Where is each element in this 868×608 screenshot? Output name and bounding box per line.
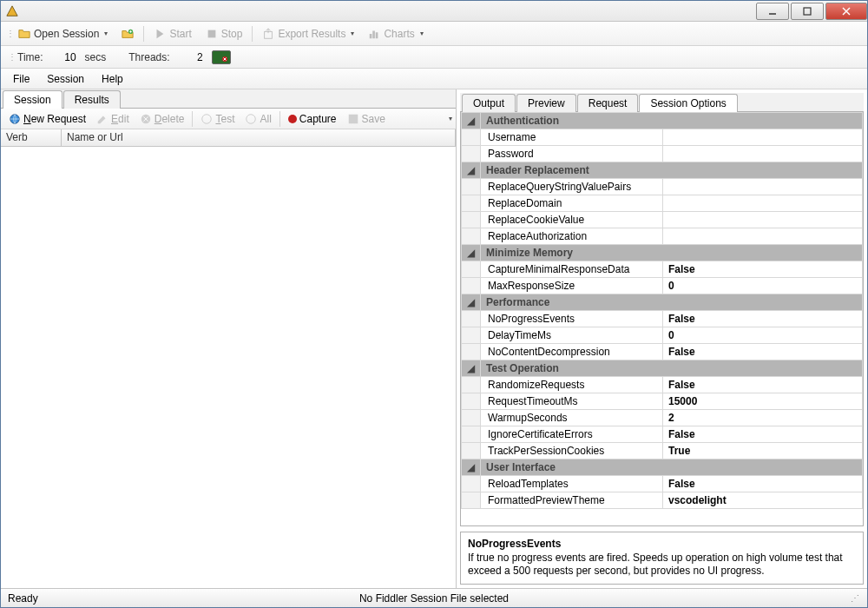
folder-plus-icon [122,28,134,40]
edit-button[interactable]: Edit [92,112,134,126]
menu-file[interactable]: File [4,70,38,88]
menu-session[interactable]: Session [38,70,93,88]
tab-session[interactable]: Session [3,90,62,109]
svg-point-22 [202,114,212,123]
prop-warmup[interactable]: WarmupSeconds [481,410,663,426]
chevron-down-icon: ▾ [104,30,108,37]
prop-randomize[interactable]: RandomizeRequests [481,377,663,393]
left-toolbar: New Request Edit Delete Test All [1,109,456,129]
chevron-down-icon: ▾ [351,30,354,37]
capture-button[interactable]: Capture [284,112,341,126]
minimize-button[interactable] [756,3,789,20]
prop-no-progress[interactable]: NoProgressEvents [481,311,663,327]
svg-rect-9 [207,30,215,37]
prop-reload-templates[interactable]: ReloadTemplates [481,476,663,492]
threads-value[interactable]: 2 [175,51,207,63]
globe-icon [9,113,21,125]
add-session-button[interactable] [115,25,140,43]
tab-request[interactable]: Request [577,94,639,112]
left-pane: Session Results New Request Edit Delete [1,89,457,588]
grid-body[interactable] [1,147,456,588]
delete-button[interactable]: Delete [135,112,189,126]
prop-replace-query[interactable]: ReplaceQueryStringValuePairs [481,179,663,195]
expand-icon[interactable]: ◢ [462,360,481,377]
menu-help[interactable]: Help [93,70,132,88]
svg-rect-11 [370,34,372,38]
delete-label: Delete [155,113,185,125]
main-toolbar: ⋮ Open Session ▾ Start Stop Export Resul… [1,22,867,46]
folder-icon [18,28,30,40]
test-button[interactable]: Test [196,112,239,126]
expand-icon[interactable]: ◢ [462,459,481,476]
new-request-button[interactable]: New Request [4,112,90,126]
main-split: Session Results New Request Edit Delete [1,89,867,588]
col-name[interactable]: Name or Url [62,129,456,146]
tab-output[interactable]: Output [462,94,516,112]
open-session-button[interactable]: Open Session ▾ [12,25,114,43]
expand-icon[interactable]: ◢ [462,294,481,311]
svg-point-23 [247,114,256,123]
prop-max-response[interactable]: MaxResponseSize [481,278,663,294]
play-icon [154,28,166,40]
all-button[interactable]: All [240,112,275,126]
resize-grip-icon[interactable]: ⋰ [851,593,860,603]
cat-perf[interactable]: Performance [481,294,863,311]
prop-delay[interactable]: DelayTimeMs [481,327,663,344]
time-value[interactable]: 10 [49,51,80,63]
help-desc: If true no progress events are fired. Sp… [468,552,856,578]
expand-icon[interactable]: ◢ [462,245,481,261]
tab-session-options[interactable]: Session Options [639,94,737,112]
cat-header[interactable]: Header Replacement [481,162,863,179]
svg-rect-24 [348,114,358,123]
prop-replace-auth[interactable]: ReplaceAuthorization [481,228,663,245]
svg-rect-12 [373,30,376,38]
svg-marker-8 [157,29,164,38]
tab-preview[interactable]: Preview [516,94,576,112]
menubar: File Session Help [1,69,867,89]
save-button[interactable]: Save [343,112,390,126]
grid-header: Verb Name or Url [1,129,456,147]
close-button[interactable] [825,3,867,20]
expand-icon[interactable]: ◢ [462,113,481,129]
chevron-down-icon: ▾ [420,30,424,37]
all-icon [245,113,257,125]
test-label: Test [215,113,234,125]
grip-icon: ⋮ [6,30,10,37]
overflow-icon[interactable]: ▾ [449,115,452,122]
stop-capture-button[interactable] [212,50,231,64]
status-center: No Fiddler Session File selected [8,592,860,605]
stop-button[interactable]: Stop [200,25,249,43]
export-results-button[interactable]: Export Results ▾ [256,25,360,43]
start-button[interactable]: Start [148,25,197,43]
prop-timeout[interactable]: RequestTimeoutMs [481,393,663,410]
prop-username[interactable]: Username [481,129,663,146]
expand-icon[interactable]: ◢ [462,162,481,179]
col-verb[interactable]: Verb [1,129,62,146]
charts-button[interactable]: Charts ▾ [362,25,429,43]
prop-track-cookies[interactable]: TrackPerSessionCookies [481,443,663,459]
cat-memory[interactable]: Minimize Memory [481,245,863,261]
prop-ignore-cert[interactable]: IgnoreCertificateErrors [481,426,663,443]
titlebar [1,1,867,22]
tab-results[interactable]: Results [63,90,121,109]
prop-replace-cookie[interactable]: ReplaceCookieValue [481,212,663,228]
prop-theme[interactable]: FormattedPreviewTheme [481,492,663,509]
save-icon [347,113,359,125]
time-label: Time: [17,51,43,63]
edit-label: Edit [111,113,129,125]
time-unit: secs [85,51,107,63]
cat-test[interactable]: Test Operation [481,360,863,377]
status-ready: Ready [8,592,38,605]
prop-no-decompress[interactable]: NoContentDecompression [481,344,663,360]
cat-ui[interactable]: User Interface [481,459,863,476]
grip-icon: ⋮ [8,54,12,61]
right-pane: Output Preview Request Session Options ◢… [457,89,867,588]
record-icon [288,115,297,123]
test-icon [201,113,213,125]
svg-rect-13 [376,32,378,38]
cat-auth[interactable]: Authentication [481,113,863,129]
prop-password[interactable]: Password [481,146,663,162]
prop-replace-domain[interactable]: ReplaceDomain [481,195,663,212]
prop-capture-minimal[interactable]: CaptureMinimalResponseData [481,261,663,278]
maximize-button[interactable] [791,3,824,20]
